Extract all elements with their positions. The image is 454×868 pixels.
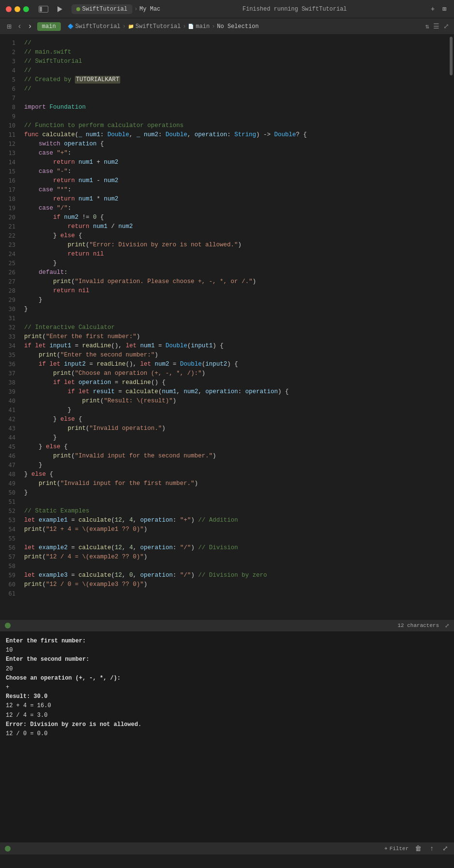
code-line-9 xyxy=(24,112,448,121)
trash-icon[interactable]: 🗑 xyxy=(414,845,422,853)
toolbar-right: ⇅ ☰ ⤢ xyxy=(426,22,449,30)
code-line-3: // SwiftTutorial xyxy=(24,57,448,66)
list-icon[interactable]: ☰ xyxy=(433,22,440,30)
code-line-26: default: xyxy=(24,268,448,277)
breadcrumb-sep-3: › xyxy=(212,23,215,30)
code-line-45: } else { xyxy=(24,442,448,452)
breadcrumb-item-3[interactable]: main xyxy=(196,23,210,30)
terminal-line-10: Error: Division by zero is not allowed. xyxy=(6,720,448,729)
code-line-2: // main.swift xyxy=(24,48,448,57)
bottom-status-left xyxy=(5,846,11,852)
terminal-line-9: 12 / 4 = 3.0 xyxy=(6,711,448,720)
code-line-12: switch operation { xyxy=(24,140,448,149)
toolbar-nav: ⊞ ‹ › xyxy=(5,21,34,32)
code-line-48: } else { xyxy=(24,470,448,479)
code-line-14: return num1 + num2 xyxy=(24,158,448,167)
tab-separator: › xyxy=(134,6,138,13)
window-title: Finished running SwiftTutorial xyxy=(164,6,425,13)
breadcrumb-item-2[interactable]: SwiftTutorial xyxy=(136,23,181,30)
code-line-52: // Static Examples xyxy=(24,507,448,516)
code-line-38: if let operation = readLine() { xyxy=(24,378,448,387)
code-line-35: print("Enter the second number:") xyxy=(24,351,448,360)
code-line-55 xyxy=(24,534,448,543)
code-line-23: print("Error: Division by zero is not al… xyxy=(24,241,448,250)
editor-scrollbar[interactable] xyxy=(448,35,454,619)
expand-editor-icon[interactable]: ⤢ xyxy=(445,623,449,629)
line-numbers: 1 2 3 4 5 6 7 8 9 10 11 12 13 14 15 16 1… xyxy=(0,35,20,619)
swift-dot-icon xyxy=(76,7,80,11)
code-line-19: case "/": xyxy=(24,204,448,213)
breadcrumb-item-1[interactable]: SwiftTutorial xyxy=(75,23,121,30)
code-line-32: // Interactive Calculator xyxy=(24,323,448,332)
code-line-57: print("12 / 4 = \(example2 ?? 0)") xyxy=(24,553,448,562)
main-tab[interactable]: main xyxy=(37,22,61,31)
terminal[interactable]: Enter the first number: 10 Enter the sec… xyxy=(0,632,454,842)
maximize-button[interactable] xyxy=(23,6,29,12)
code-line-43: print("Invalid operation.") xyxy=(24,424,448,433)
terminal-line-3: Enter the second number: xyxy=(6,655,448,664)
code-line-28: return nil xyxy=(24,286,448,296)
code-line-46: print("Invalid input for the second numb… xyxy=(24,452,448,461)
run-button[interactable] xyxy=(56,5,64,13)
breadcrumb: 🔷 SwiftTutorial › 📁 SwiftTutorial › 📄 ma… xyxy=(68,23,259,30)
breadcrumb-icon-1: 🔷 xyxy=(68,24,73,29)
code-line-61 xyxy=(24,589,448,598)
tab-swifttutorial-label: SwiftTutorial xyxy=(82,6,128,13)
tab-group: SwiftTutorial › My Mac xyxy=(71,4,160,14)
breadcrumb-icon-3: 📄 xyxy=(188,24,194,29)
status-bar-left xyxy=(5,623,11,628)
bottom-status-right: ⌖ Filter 🗑 ↑ ⤢ xyxy=(384,845,449,853)
code-line-18: return num1 * num2 xyxy=(24,195,448,204)
status-dot-green xyxy=(5,623,11,628)
breadcrumb-item-4[interactable]: No Selection xyxy=(217,23,258,30)
status-bar-right: 12 characters ⤢ xyxy=(397,623,449,629)
tab-mymac-label: My Mac xyxy=(140,6,160,13)
code-editor[interactable]: 1 2 3 4 5 6 7 8 9 10 11 12 13 14 15 16 1… xyxy=(0,35,454,619)
play-icon xyxy=(57,6,62,12)
title-actions: + ⊞ xyxy=(429,5,448,13)
terminal-line-4: 20 xyxy=(6,665,448,674)
back-button[interactable]: ⊞ xyxy=(5,21,14,32)
code-line-7 xyxy=(24,94,448,103)
tab-swifttutorial[interactable]: SwiftTutorial xyxy=(71,4,132,14)
sidebar-toggle[interactable] xyxy=(39,6,48,13)
code-line-54: print("12 + 4 = \(example1 ?? 0)") xyxy=(24,525,448,534)
share-icon[interactable]: ↑ xyxy=(428,845,436,853)
code-line-21: return num1 / num2 xyxy=(24,222,448,231)
code-line-51 xyxy=(24,498,448,507)
terminal-line-5: Choose an operation (+, -, *, /): xyxy=(6,674,448,683)
split-icon[interactable]: ⊞ xyxy=(440,5,448,13)
code-line-49: print("Invalid input for the first numbe… xyxy=(24,479,448,488)
terminal-line-6: + xyxy=(6,683,448,692)
editor-container: 1 2 3 4 5 6 7 8 9 10 11 12 13 14 15 16 1… xyxy=(0,35,454,619)
code-line-5: // Created by TUTORIALKART xyxy=(24,75,448,85)
code-lines[interactable]: // // main.swift // SwiftTutorial // // … xyxy=(20,35,448,619)
scrollbar-thumb[interactable] xyxy=(450,37,453,75)
sort-icon[interactable]: ⇅ xyxy=(426,22,429,30)
traffic-lights xyxy=(6,6,29,12)
code-line-34: if let input1 = readLine(), let num1 = D… xyxy=(24,342,448,351)
code-line-40: print("Result: \(result)") xyxy=(24,397,448,406)
code-line-25: } xyxy=(24,259,448,268)
char-count: 12 characters xyxy=(397,623,439,628)
code-line-29: } xyxy=(24,296,448,305)
code-line-27: print("Invalid operation. Please choose … xyxy=(24,277,448,286)
filter-button[interactable]: ⌖ Filter xyxy=(384,846,409,852)
title-bar: SwiftTutorial › My Mac Finished running … xyxy=(0,0,454,18)
add-icon[interactable]: + xyxy=(429,5,437,13)
minimize-button[interactable] xyxy=(14,6,20,12)
code-line-13: case "+": xyxy=(24,149,448,158)
code-line-4: // xyxy=(24,66,448,75)
expand-icon[interactable]: ⤢ xyxy=(441,845,449,853)
expand-icon[interactable]: ⤢ xyxy=(443,22,449,30)
code-line-50: } xyxy=(24,488,448,498)
bottom-status-bar: ⌖ Filter 🗑 ↑ ⤢ xyxy=(0,842,454,854)
breadcrumb-icon-2: 📁 xyxy=(128,24,134,29)
forward-arrow[interactable]: › xyxy=(26,21,34,32)
back-arrow[interactable]: ‹ xyxy=(15,21,24,32)
code-line-59: let example3 = calculate(12, 0, operatio… xyxy=(24,571,448,580)
close-button[interactable] xyxy=(6,6,12,12)
code-line-22: } else { xyxy=(24,231,448,241)
code-line-10: // Function to perform calculator operat… xyxy=(24,121,448,130)
code-line-20: if num2 != 0 { xyxy=(24,213,448,222)
